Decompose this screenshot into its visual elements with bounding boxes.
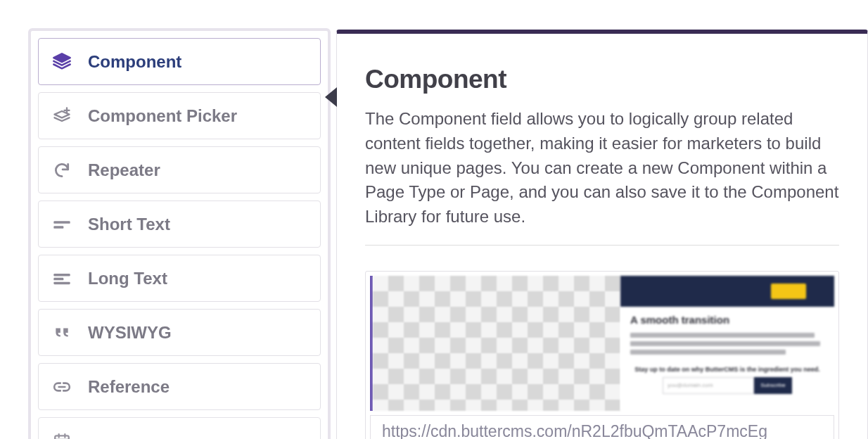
panel-pointer-icon xyxy=(325,87,337,107)
long-text-icon xyxy=(51,268,72,289)
field-item-label: Component xyxy=(88,52,181,72)
short-text-icon xyxy=(51,214,72,235)
subscribe-button: Subscribe xyxy=(754,377,792,394)
signup-label: Stay up to date on why ButterCMS is the … xyxy=(634,366,820,373)
field-item-label: Long Text xyxy=(88,269,167,288)
image-placeholder xyxy=(373,276,620,411)
preview-header-bar xyxy=(620,276,834,307)
quote-icon xyxy=(51,322,72,343)
svg-rect-4 xyxy=(53,281,70,284)
panel-title: Component xyxy=(365,65,839,94)
cta-button xyxy=(771,284,806,299)
layers-plus-icon xyxy=(51,106,72,127)
field-item-label: Reference xyxy=(88,377,170,397)
preview-content: A smooth transition Stay up to date on w… xyxy=(620,276,834,411)
field-item-wysiwyg[interactable]: WYSIWYG xyxy=(38,309,321,356)
calendar-icon xyxy=(51,431,72,440)
field-item-partial[interactable] xyxy=(38,417,321,439)
divider xyxy=(365,245,839,246)
text-line xyxy=(630,350,786,355)
field-item-label: Component Picker xyxy=(88,106,237,126)
field-type-sidebar: Component Component Picker Repeater Shor… xyxy=(28,28,331,439)
field-item-component-picker[interactable]: Component Picker xyxy=(38,92,321,139)
repeat-icon xyxy=(51,160,72,181)
text-line xyxy=(630,333,815,338)
field-item-short-text[interactable]: Short Text xyxy=(38,201,321,248)
field-item-reference[interactable]: Reference xyxy=(38,363,321,410)
link-icon xyxy=(51,376,72,397)
svg-rect-0 xyxy=(53,221,70,224)
text-line xyxy=(630,341,820,346)
email-field: you@domain.com xyxy=(663,377,754,394)
preview-card: A smooth transition Stay up to date on w… xyxy=(365,271,839,439)
field-item-label: WYSIWYG xyxy=(88,323,172,343)
panel-description: The Component field allows you to logica… xyxy=(365,107,839,229)
field-item-repeater[interactable]: Repeater xyxy=(38,146,321,193)
field-item-long-text[interactable]: Long Text xyxy=(38,255,321,302)
svg-rect-1 xyxy=(53,226,63,229)
svg-rect-2 xyxy=(53,274,70,276)
preview-heading: A smooth transition xyxy=(630,314,824,326)
field-detail-panel: Component The Component field allows you… xyxy=(336,30,868,439)
field-item-component[interactable]: Component xyxy=(38,38,321,85)
field-item-label: Repeater xyxy=(88,160,160,180)
svg-rect-3 xyxy=(53,277,63,280)
layers-icon xyxy=(51,51,72,72)
media-url-input[interactable]: https://cdn.buttercms.com/nR2L2fbuQmTAAc… xyxy=(370,415,834,439)
field-item-label: Short Text xyxy=(88,215,170,234)
